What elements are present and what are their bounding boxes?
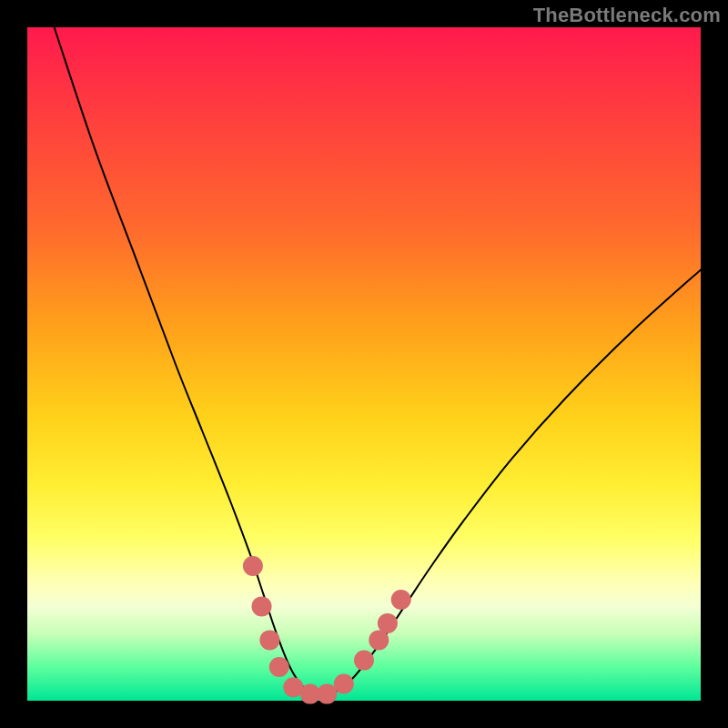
chart-svg bbox=[27, 27, 701, 701]
bottleneck-curve bbox=[55, 27, 701, 695]
highlight-dot bbox=[334, 674, 354, 694]
highlight-dot bbox=[378, 613, 398, 633]
plot-area bbox=[27, 27, 701, 701]
highlight-dot bbox=[259, 630, 279, 650]
highlight-dot bbox=[354, 651, 374, 671]
chart-frame: TheBottleneck.com bbox=[0, 0, 728, 728]
highlight-dot bbox=[243, 556, 263, 576]
watermark-text: TheBottleneck.com bbox=[533, 4, 721, 27]
highlight-dot bbox=[269, 657, 289, 677]
highlight-dots bbox=[243, 556, 411, 704]
highlight-dot bbox=[252, 596, 272, 616]
highlight-dot bbox=[391, 590, 411, 610]
highlight-dot bbox=[317, 684, 337, 704]
